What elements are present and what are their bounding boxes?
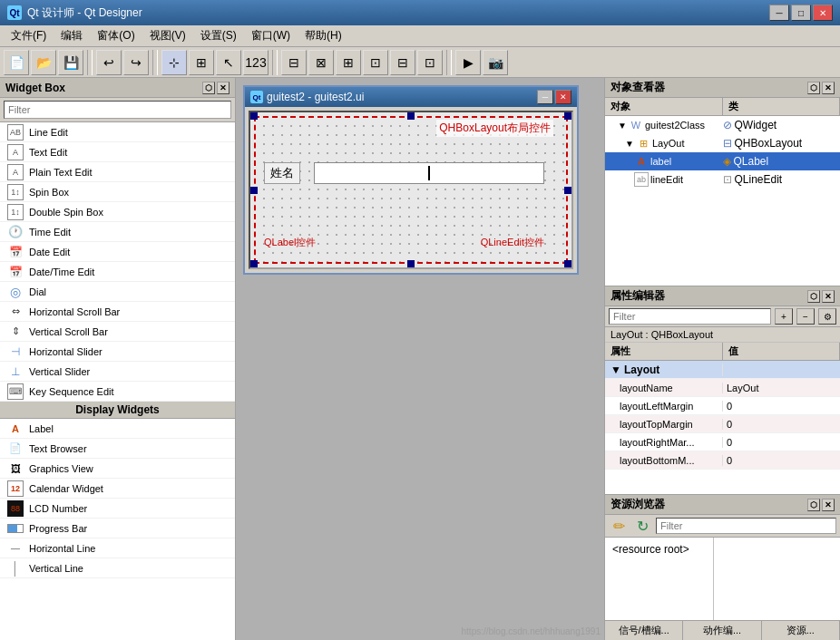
list-item[interactable]: 🕐 Time Edit <box>0 222 235 242</box>
menu-edit[interactable]: 编辑 <box>54 26 90 45</box>
widget-box-close-button[interactable]: ✕ <box>217 82 230 94</box>
time-edit-label: Time Edit <box>29 227 71 238</box>
list-item[interactable]: │ Vertical Line <box>0 558 235 578</box>
list-item[interactable]: ⌨ Key Sequence Edit <box>0 382 235 402</box>
object-inspector-float-button[interactable]: ⬡ <box>807 82 820 94</box>
layout-name: LayOut <box>652 138 684 149</box>
action-editor-button[interactable]: 动作编... <box>683 621 761 640</box>
maximize-button[interactable]: □ <box>791 5 811 21</box>
adjust-size-button[interactable]: ⊡ <box>417 50 443 75</box>
menu-window2[interactable]: 窗口(W) <box>244 26 298 45</box>
list-item[interactable]: ⇕ Vertical Scroll Bar <box>0 322 235 342</box>
undo-button[interactable]: ↩ <box>96 50 122 75</box>
list-item[interactable]: 📅 Date Edit <box>0 242 235 262</box>
expand-layout[interactable]: ▼ <box>623 137 636 150</box>
prop-leftmargin-value[interactable]: 0 <box>723 401 840 412</box>
arrow-button[interactable]: ↖ <box>216 50 241 75</box>
open-button[interactable]: 📂 <box>31 50 56 75</box>
list-item[interactable]: AB Line Edit <box>0 122 235 142</box>
list-item[interactable]: 🖼 Graphics View <box>0 459 235 479</box>
list-item[interactable]: ◎ Dial <box>0 282 235 302</box>
property-filter-input[interactable] <box>609 308 771 325</box>
resource-root-item[interactable]: <resource root> <box>609 541 709 558</box>
resource-browser-close-button[interactable]: ✕ <box>822 499 835 511</box>
vertical-line-icon: │ <box>7 560 24 577</box>
prop-row-layoutleftmargin[interactable]: layoutLeftMargin 0 <box>605 397 840 415</box>
screenshot-button[interactable]: 📷 <box>483 50 508 75</box>
prop-topmargin-value[interactable]: 0 <box>723 419 840 430</box>
save-button[interactable]: 💾 <box>58 50 83 75</box>
property-editor-close-button[interactable]: ✕ <box>822 290 835 303</box>
qlineedit-widget[interactable] <box>314 162 544 184</box>
inner-window-icon: Qt <box>250 91 263 103</box>
list-item[interactable]: Progress Bar <box>0 519 235 538</box>
resource-editor-button[interactable]: 资源... <box>762 621 840 640</box>
menu-file[interactable]: 文件(F) <box>4 26 54 45</box>
display-widgets-category[interactable]: Display Widgets <box>0 402 235 419</box>
widget-button[interactable]: ⊞ <box>189 50 214 75</box>
object-inspector-close-button[interactable]: ✕ <box>822 82 835 94</box>
inner-minimize-button[interactable]: ─ <box>537 90 553 104</box>
preview-button[interactable]: ▶ <box>455 50 481 75</box>
new-button[interactable]: 📄 <box>4 50 29 75</box>
resource-refresh-button[interactable]: ↻ <box>632 517 652 535</box>
close-button[interactable]: ✕ <box>813 5 833 21</box>
layout-v-button[interactable]: ⊠ <box>308 50 334 75</box>
list-item[interactable]: 1↕ Double Spin Box <box>0 202 235 222</box>
list-item[interactable]: 12 Calendar Widget <box>0 479 235 499</box>
vertical-line-label: Vertical Line <box>29 563 83 574</box>
list-item[interactable]: ⊣ Horizontal Slider <box>0 342 235 362</box>
resource-filter-input[interactable] <box>656 518 836 534</box>
redo-button[interactable]: ↪ <box>123 50 149 75</box>
list-item[interactable]: 1↕ Spin Box <box>0 182 235 202</box>
menu-window[interactable]: 窗体(O) <box>90 26 142 45</box>
form-xingming-label[interactable]: 姓名 <box>264 162 300 184</box>
layout-h-button[interactable]: ⊟ <box>281 50 307 75</box>
minimize-button[interactable]: ─ <box>769 5 789 21</box>
prop-row-layoutbottommargin[interactable]: layoutBottomM... 0 <box>605 451 840 470</box>
tree-item-label[interactable]: A label ◈ QLabel <box>605 152 840 170</box>
list-item[interactable]: 88 LCD Number <box>0 499 235 519</box>
menu-settings[interactable]: 设置(S) <box>193 26 244 45</box>
break-layout-button[interactable]: ⊟ <box>390 50 415 75</box>
list-item[interactable]: 📅 Date/Time Edit <box>0 262 235 282</box>
prop-layoutname-value[interactable]: LayOut <box>723 383 840 393</box>
property-filter-remove-button[interactable]: − <box>796 308 815 325</box>
layout-form-button[interactable]: ⊡ <box>363 50 388 75</box>
tree-item-layout[interactable]: ▼ ⊞ LayOut ⊟ QHBoxLayout <box>605 134 840 152</box>
inner-close-button[interactable]: ✕ <box>555 90 571 104</box>
prop-rightmargin-value[interactable]: 0 <box>723 437 840 448</box>
prop-bottommargin-value[interactable]: 0 <box>723 455 840 466</box>
resource-browser-float-button[interactable]: ⬡ <box>807 499 820 511</box>
layout-grid-button[interactable]: ⊞ <box>336 50 361 75</box>
expand-guitest2class[interactable]: ▼ <box>616 119 629 131</box>
property-editor-float-button[interactable]: ⬡ <box>807 290 820 303</box>
list-item[interactable]: ─ Horizontal Line <box>0 538 235 558</box>
signal-slot-button[interactable]: 信号/槽编... <box>605 621 683 640</box>
list-item[interactable]: A Label <box>0 419 235 439</box>
list-item[interactable]: A Text Edit <box>0 142 235 162</box>
double-spin-box-icon: 1↕ <box>7 204 24 220</box>
select-button[interactable]: ⊹ <box>161 50 187 75</box>
resource-edit-button[interactable]: ✏ <box>609 517 629 535</box>
list-item[interactable]: 📄 Text Browser <box>0 439 235 459</box>
list-item[interactable]: ⇔ Horizontal Scroll Bar <box>0 302 235 322</box>
property-filter-add-button[interactable]: + <box>775 308 793 325</box>
menu-help[interactable]: 帮助(H) <box>298 26 349 45</box>
prop-row-layoutrightmargin[interactable]: layoutRightMar... 0 <box>605 433 840 451</box>
property-filter-settings-button[interactable]: ⚙ <box>818 308 836 325</box>
widget-box-float-button[interactable]: ⬡ <box>202 82 215 94</box>
inner-title-bar: Qt guitest2 - guitest2.ui ─ ✕ <box>245 87 577 107</box>
list-item[interactable]: ⊥ Vertical Slider <box>0 362 235 382</box>
menu-view[interactable]: 视图(V) <box>142 26 193 45</box>
prop-row-layout-group[interactable]: ▼ Layout <box>605 361 840 379</box>
tab-order-button[interactable]: 123 <box>243 50 269 75</box>
widget-box-filter-input[interactable] <box>4 101 231 119</box>
prop-row-layouttopmargin[interactable]: layoutTopMargin 0 <box>605 415 840 433</box>
tree-item-lineedit[interactable]: ab lineEdit ⊡ QLineEdit <box>605 170 840 189</box>
form-canvas[interactable]: QHBoxLayout布局控件 姓名 QLabel控件 QLineEdit控件 <box>249 111 573 269</box>
tree-item-guitest2class[interactable]: ▼ W guitest2Class ⊘ QWidget <box>605 116 840 134</box>
prop-row-layoutname[interactable]: layoutName LayOut <box>605 379 840 397</box>
display-widgets-label: Display Widgets <box>75 403 160 416</box>
list-item[interactable]: A Plain Text Edit <box>0 162 235 182</box>
